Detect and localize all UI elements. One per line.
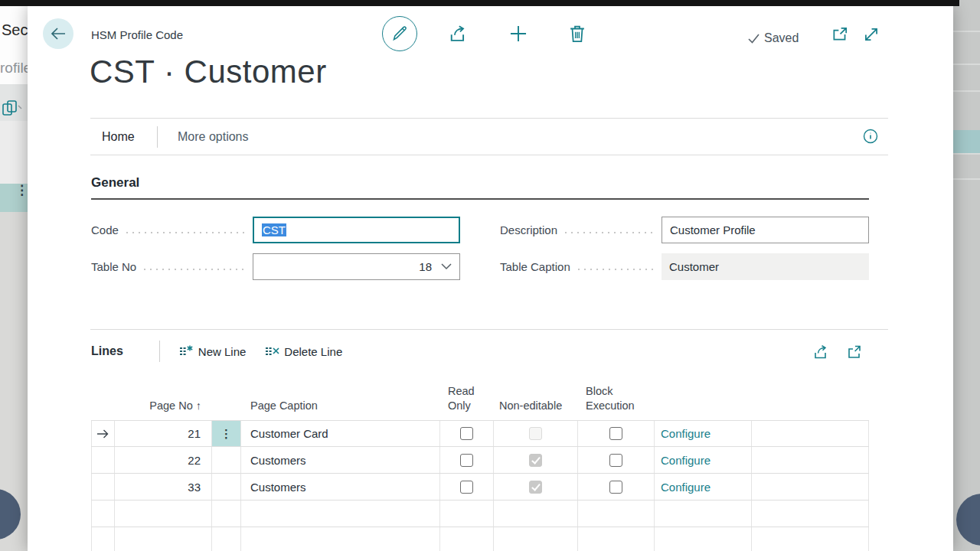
description-input[interactable]: Customer Profile (662, 217, 869, 243)
cell-page-no[interactable]: 22 (115, 447, 212, 473)
cell-block-execution[interactable] (578, 447, 655, 473)
row-menu-cell (212, 447, 241, 473)
page-title: CST · Customer (90, 54, 327, 90)
tab-more-options[interactable]: More options (178, 130, 249, 144)
row-selector[interactable] (91, 474, 115, 500)
pencil-icon (391, 25, 408, 42)
table-no-input[interactable]: 18 (253, 253, 460, 280)
cell-read-only[interactable] (440, 421, 494, 446)
cell-block-execution[interactable] (578, 421, 655, 446)
resize-dialog-button[interactable] (861, 24, 881, 44)
right-arrow-icon (96, 429, 109, 439)
cell-page-no[interactable]: 33 (115, 474, 212, 500)
edit-button[interactable] (382, 16, 417, 51)
background-bubble-right (956, 494, 980, 546)
col-header-spare (752, 413, 869, 420)
background-row-line (953, 153, 980, 155)
page-caption: HSM Profile Code (91, 28, 183, 41)
table-row[interactable]: 33 Customers Configure (91, 474, 869, 500)
read-only-checkbox[interactable] (460, 454, 473, 467)
col-header-block-execution[interactable]: Block Execution (578, 384, 655, 420)
cell-page-caption[interactable]: Customers (241, 474, 440, 500)
info-button[interactable] (863, 129, 878, 144)
divider (90, 155, 888, 155)
block-execution-checkbox[interactable] (609, 454, 622, 467)
divider (90, 329, 888, 330)
save-status-label: Saved (764, 31, 799, 45)
open-in-window-button[interactable] (830, 24, 850, 44)
code-input-selected-text: CST (262, 223, 286, 236)
table-row[interactable]: 22 Customers Configure (91, 447, 869, 474)
configure-link[interactable]: Configure (655, 474, 752, 500)
non-editable-checkbox (529, 481, 542, 494)
dotted-leader (144, 269, 245, 270)
cell-block-execution[interactable] (578, 474, 655, 500)
col-header-page-caption[interactable]: Page Caption (241, 399, 440, 420)
row-menu-cell (212, 474, 241, 500)
page-no-header-label: Page No (149, 399, 192, 412)
background-row-line (953, 64, 980, 65)
divider (90, 118, 888, 119)
configure-link[interactable]: Configure (655, 421, 752, 446)
col-header-non-editable[interactable]: Non-editable (494, 399, 578, 420)
new-button[interactable] (508, 24, 528, 44)
general-section-heading[interactable]: General (91, 175, 139, 191)
save-status: Saved (747, 31, 799, 45)
lines-section-heading[interactable]: Lines (91, 344, 123, 358)
cell-read-only[interactable] (440, 447, 494, 473)
info-icon (863, 129, 878, 144)
dotted-leader (578, 269, 654, 270)
col-header-read-only[interactable]: Read Only (440, 384, 494, 420)
delete-button[interactable] (567, 24, 587, 44)
table-row-empty[interactable] (91, 527, 869, 551)
trash-icon (568, 24, 586, 44)
configure-link[interactable]: Configure (655, 447, 752, 473)
popout-window-icon (831, 25, 849, 44)
row-selector[interactable] (91, 447, 115, 473)
share-icon (448, 24, 468, 44)
share-icon (812, 344, 829, 360)
cell-page-caption[interactable]: Customers (241, 447, 440, 473)
row-menu-button[interactable]: ⋮ (212, 421, 241, 446)
cell-read-only[interactable] (440, 474, 494, 500)
cell-non-editable (494, 474, 578, 500)
row-selector-header (91, 413, 115, 420)
code-input[interactable]: CST (253, 217, 460, 243)
cell-spare (752, 421, 869, 446)
back-button[interactable] (43, 18, 74, 49)
table-caption-value: Customer (669, 260, 719, 273)
plus-icon (508, 24, 528, 44)
table-no-field-label: Table No (91, 260, 136, 273)
delete-line-button[interactable]: Delete Line (264, 344, 342, 358)
table-row[interactable]: 21 ⋮ Customer Card Configure (91, 420, 869, 447)
lines-share-button[interactable] (812, 344, 829, 360)
code-field-label: Code (91, 223, 119, 236)
pages-icon (2, 98, 24, 118)
block-execution-checkbox[interactable] (609, 481, 622, 494)
block-execution-checkbox[interactable] (609, 427, 622, 440)
sort-ascending-icon: ↑ (196, 399, 201, 412)
read-only-checkbox[interactable] (460, 481, 473, 494)
table-caption-field-label: Table Caption (500, 260, 570, 273)
tab-separator (157, 126, 158, 148)
cell-non-editable (494, 421, 578, 446)
chevron-down-icon[interactable] (441, 263, 452, 270)
new-line-button[interactable]: New Line (178, 344, 247, 358)
col-header-page-no[interactable]: Page No ↑ (115, 399, 212, 420)
top-black-bar (0, 0, 959, 6)
share-button[interactable] (448, 24, 468, 44)
background-row-line (953, 178, 980, 180)
table-row-empty[interactable] (91, 500, 869, 527)
cell-page-caption[interactable]: Customer Card (241, 421, 440, 446)
background-bubble-left (0, 489, 21, 540)
check-icon (747, 33, 760, 44)
read-only-checkbox[interactable] (460, 427, 473, 440)
lines-popout-button[interactable] (846, 344, 863, 360)
table-caption-readonly-field: Customer (662, 253, 869, 280)
background-page-right (953, 0, 980, 551)
dotted-leader (126, 232, 245, 233)
tab-home[interactable]: Home (102, 130, 135, 144)
cell-page-no[interactable]: 21 (115, 421, 212, 446)
dotted-leader (565, 232, 654, 233)
description-field-label: Description (500, 223, 557, 236)
